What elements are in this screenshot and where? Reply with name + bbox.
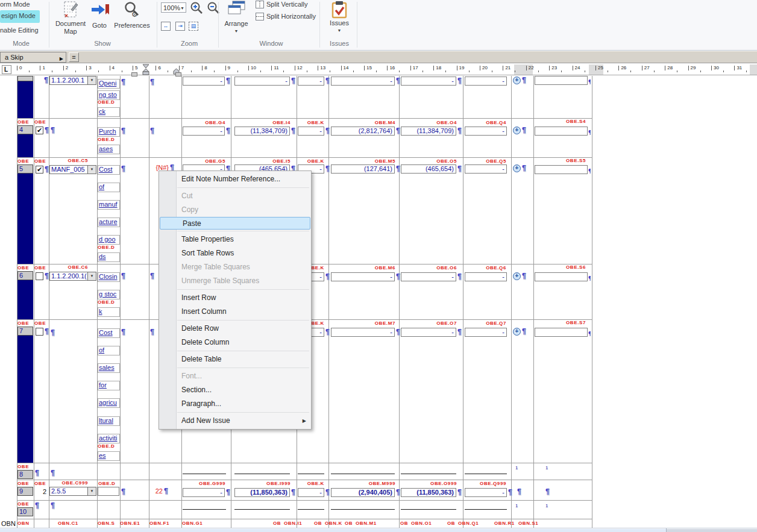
cell-text-word[interactable]: ng sto <box>98 90 120 100</box>
cell-value-box[interactable] <box>98 487 119 496</box>
dropdown-arrow-icon[interactable]: ▼ <box>87 77 96 84</box>
cell-text-word[interactable]: sales <box>98 363 120 373</box>
menu-item-edit-note-number-reference[interactable]: Edit Note Number Reference... <box>159 172 311 186</box>
cell-value-box[interactable]: - <box>331 328 395 337</box>
row-selector-strip[interactable] <box>17 280 33 319</box>
row-checkbox[interactable]: ✔ <box>36 127 43 134</box>
row-number-box[interactable]: 10 <box>17 507 33 516</box>
cell-dropdown[interactable]: 2.5.5▼ <box>49 487 96 496</box>
insert-annotation-icon[interactable]: + <box>513 164 521 172</box>
cell-text-word[interactable]: Openi <box>98 79 120 89</box>
scrollbar-track[interactable] <box>0 529 666 532</box>
cell-text-word[interactable]: for <box>98 381 120 390</box>
cell-dropdown[interactable]: 1.1.2.200.1(▼ <box>49 272 96 281</box>
cell-text-word[interactable]: g stoc <box>98 290 120 299</box>
cell-value-box[interactable]: - <box>331 77 395 86</box>
menu-item-paste[interactable]: Paste <box>160 217 310 230</box>
column-boundary-marker[interactable] <box>175 72 181 77</box>
cell-value-box[interactable] <box>535 328 588 337</box>
insert-annotation-icon[interactable]: + <box>513 77 521 84</box>
cell-value-box[interactable] <box>535 272 588 281</box>
cell-text-word[interactable]: Purch <box>98 127 120 137</box>
cell-text-word[interactable]: d goo <box>98 235 120 245</box>
cell-value-box[interactable]: (127,641) <box>331 164 395 174</box>
cell-value-box[interactable]: - <box>401 272 456 281</box>
cell-value-box[interactable]: - <box>465 272 507 281</box>
cell-text-word[interactable]: activiti <box>98 434 120 443</box>
cell-value-box[interactable] <box>535 165 588 174</box>
cell-value-box[interactable]: - <box>234 77 290 86</box>
row-checkbox[interactable] <box>36 272 43 280</box>
cell-text-word[interactable]: ck <box>98 107 120 117</box>
row-selector-strip[interactable] <box>17 174 33 264</box>
menu-item-section[interactable]: Section... <box>159 383 311 397</box>
cell-value-box[interactable]: (2,940,405) <box>331 488 395 497</box>
cell-text-word[interactable]: ds <box>98 252 120 262</box>
column-boundary-marker[interactable] <box>131 72 137 77</box>
cell-value-box[interactable]: (11,850,363) <box>234 488 290 497</box>
dropdown-arrow-icon[interactable]: ▼ <box>87 487 96 495</box>
cell-value-box[interactable]: (11,850,363) <box>401 488 456 497</box>
cell-value-box[interactable]: - <box>465 164 507 174</box>
cell-value-box[interactable]: (11,384,709) <box>401 127 456 136</box>
cell-value-box[interactable]: (2,812,764) <box>331 127 395 136</box>
menu-item-delete-table[interactable]: Delete Table <box>159 352 311 366</box>
menu-item-table-properties[interactable]: Table Properties <box>159 233 311 246</box>
row-number-box[interactable]: 7 <box>17 327 33 336</box>
cell-text-word[interactable]: k <box>98 307 120 317</box>
cell-text-word[interactable]: ltural <box>98 416 120 426</box>
cell-value-box[interactable]: - <box>465 328 507 337</box>
menu-item-sort-table-rows[interactable]: Sort Table Rows <box>159 246 311 260</box>
cell-value-box[interactable]: - <box>401 77 456 86</box>
menu-item-paragraph[interactable]: Paragraph... <box>159 397 311 411</box>
row-selector-strip[interactable] <box>17 134 33 157</box>
cell-text-word[interactable]: Closin <box>98 272 120 282</box>
cell-value-box[interactable]: - <box>331 272 395 281</box>
cell-value-box[interactable]: (11,384,709) <box>234 127 290 136</box>
cell-value-box[interactable]: - <box>298 77 324 86</box>
cell-dropdown[interactable]: 1.1.2.200.1▼ <box>49 76 96 85</box>
cell-value-box[interactable]: - <box>401 328 456 337</box>
cell-dropdown[interactable]: MANF_005▼ <box>49 165 96 174</box>
menu-item-insert-column[interactable]: Insert Column <box>159 305 311 319</box>
insert-annotation-icon[interactable]: + <box>513 328 521 336</box>
cell-text-word[interactable]: acture <box>98 217 120 227</box>
cell-text-word[interactable]: agricu <box>98 398 120 408</box>
row-number-box[interactable]: 5 <box>17 164 33 174</box>
menu-item-delete-row[interactable]: Delete Row <box>159 322 311 336</box>
row-number-box[interactable]: 6 <box>17 271 33 280</box>
menu-item-add-new-issue[interactable]: Add New Issue▶ <box>159 414 311 428</box>
insert-annotation-icon[interactable]: + <box>513 127 521 134</box>
cell-text-word[interactable]: of <box>98 346 120 355</box>
horizontal-scrollbar[interactable] <box>0 528 757 532</box>
row-selector-strip[interactable] <box>17 81 33 118</box>
dropdown-arrow-icon[interactable]: ▼ <box>87 166 96 174</box>
cell-value-box[interactable]: (465,654) <box>401 164 456 174</box>
row-checkbox[interactable] <box>36 328 43 336</box>
cell-text-word[interactable]: manuf <box>98 200 120 210</box>
cell-text-word[interactable]: Cost <box>98 165 120 175</box>
dropdown-arrow-icon[interactable]: ▼ <box>87 272 96 280</box>
row-selector-strip[interactable] <box>17 336 33 463</box>
menu-item-delete-column[interactable]: Delete Column <box>159 336 311 349</box>
cell-text-word[interactable]: es <box>98 451 120 461</box>
scrollbar-thumb[interactable] <box>666 529 757 532</box>
cell-value-box[interactable]: - <box>183 77 225 86</box>
cell-value-box[interactable] <box>535 127 588 136</box>
cell-value-box[interactable]: - <box>298 127 324 136</box>
cell-value-box[interactable]: - <box>465 77 507 86</box>
cell-text-word[interactable]: of <box>98 183 120 192</box>
cell-value-box[interactable] <box>535 76 588 85</box>
cell-text-word[interactable]: Cost <box>98 328 120 338</box>
row-number-box[interactable]: 8 <box>17 470 33 479</box>
row-number-box[interactable] <box>17 76 33 81</box>
row-number-box[interactable]: 4 <box>17 125 33 134</box>
cell-value-box[interactable]: - <box>298 488 324 497</box>
cell-value-box[interactable]: - <box>183 127 225 136</box>
cell-value-box[interactable]: - <box>465 488 507 497</box>
row-checkbox[interactable]: ✔ <box>36 166 43 174</box>
cell-text-word[interactable]: ases <box>98 145 120 154</box>
menu-item-insert-row[interactable]: Insert Row <box>159 291 311 305</box>
insert-annotation-icon[interactable]: + <box>513 272 521 280</box>
row-number-box[interactable]: 9 <box>17 487 33 496</box>
